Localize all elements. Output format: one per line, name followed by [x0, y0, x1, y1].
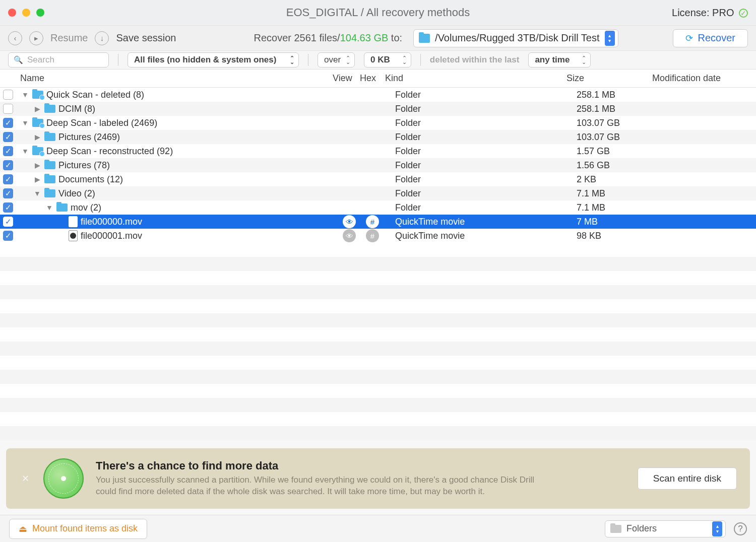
- size-cell: 1.57 GB: [577, 146, 662, 157]
- scan-entire-disk-button[interactable]: Scan entire disk: [638, 467, 737, 490]
- disclosure-triangle[interactable]: ▶: [33, 105, 41, 113]
- preview-button[interactable]: 👁: [343, 215, 356, 228]
- table-row[interactable]: ✓▶Documents (12)Folder2 KB: [0, 172, 756, 186]
- disclosure-triangle[interactable]: ▼: [21, 119, 29, 127]
- deleted-within-label: deleted within the last: [430, 55, 520, 65]
- checkbox[interactable]: [3, 104, 13, 114]
- destination-path-select[interactable]: /Volumes/Rugged 3TB/Disk Drill Test ▴▾: [413, 29, 618, 47]
- col-kind[interactable]: Kind: [385, 73, 566, 84]
- file-filter-dropdown[interactable]: All files (no hidden & system ones) ⌃⌄: [128, 52, 299, 67]
- view-mode-select[interactable]: Folders ▴▾: [605, 520, 726, 537]
- folder-icon: [44, 161, 55, 169]
- toolbar: ‹ ▸ Resume ↓ Save session Recover 2561 f…: [0, 25, 756, 50]
- col-mod[interactable]: Modification date: [652, 73, 756, 84]
- file-name: Documents (12): [58, 174, 123, 185]
- banner-title: There's a chance to find more data: [96, 459, 549, 472]
- window-title: EOS_DIGITAL / All recovery methods: [286, 6, 470, 19]
- file-name: Pictures (2469): [58, 132, 120, 143]
- kind-cell: Folder: [395, 90, 577, 100]
- file-icon: [69, 216, 78, 227]
- window-controls: [8, 9, 44, 17]
- size-cell: 98 KB: [577, 231, 662, 241]
- hex-button[interactable]: #: [366, 215, 379, 228]
- kind-cell: Folder: [395, 146, 577, 157]
- checkbox[interactable]: ✓: [3, 174, 13, 184]
- checkbox[interactable]: ✓: [3, 188, 13, 198]
- folder-icon: [56, 204, 68, 212]
- table-row[interactable]: ✓▶Pictures (2469)Folder103.07 GB: [0, 130, 756, 144]
- table-row[interactable]: ▶DCIM (8)Folder258.1 MB: [0, 102, 756, 116]
- size-cell: 258.1 MB: [577, 104, 662, 114]
- col-size[interactable]: Size: [566, 73, 652, 84]
- table-row[interactable]: ✓file000001.mov👁#QuickTime movie98 KB: [0, 229, 756, 243]
- file-name: file000001.mov: [81, 231, 142, 241]
- kind-cell: Folder: [395, 174, 577, 185]
- disclosure-triangle[interactable]: ▼: [21, 147, 29, 155]
- play-button[interactable]: ▸: [29, 31, 43, 45]
- disclosure-triangle[interactable]: ▼: [21, 91, 29, 99]
- table-row[interactable]: ✓file000000.mov👁#QuickTime movie7 MB: [0, 215, 756, 229]
- kind-cell: Folder: [395, 202, 577, 213]
- table-row[interactable]: ✓▼Deep Scan - reconstructed (92)Folder1.…: [0, 144, 756, 158]
- col-hex[interactable]: Hex: [360, 73, 385, 84]
- file-name: Pictures (78): [58, 160, 110, 171]
- checkbox[interactable]: ✓: [3, 231, 13, 241]
- table-row[interactable]: ✓▼mov (2)Folder7.1 MB: [0, 200, 756, 215]
- folder-icon: [44, 175, 55, 183]
- bottombar: ⏏ Mount found items as disk Folders ▴▾ ?: [0, 515, 756, 542]
- kind-cell: Folder: [395, 132, 577, 143]
- checkbox[interactable]: ✓: [3, 160, 13, 170]
- preview-button[interactable]: 👁: [343, 229, 356, 242]
- search-input[interactable]: 🔍 Search: [8, 52, 109, 67]
- license-label: License: PRO ✓: [672, 7, 748, 19]
- close-window-button[interactable]: [8, 9, 16, 17]
- radar-icon: [43, 458, 84, 499]
- kind-cell: QuickTime movie: [395, 231, 577, 241]
- resume-label: Resume: [50, 32, 88, 44]
- stepper-icon[interactable]: ▴▾: [605, 31, 615, 46]
- checkbox[interactable]: [3, 90, 13, 100]
- hex-button[interactable]: #: [366, 229, 379, 242]
- disclosure-triangle[interactable]: ▶: [33, 161, 41, 169]
- checkbox[interactable]: ✓: [3, 217, 13, 227]
- size-cell: 103.07 GB: [577, 132, 662, 143]
- file-name: Deep Scan - reconstructed (92): [46, 146, 173, 157]
- stepper-icon[interactable]: ▴▾: [712, 521, 722, 536]
- disclosure-triangle[interactable]: ▼: [45, 204, 53, 212]
- back-button[interactable]: ‹: [8, 31, 22, 45]
- table-row[interactable]: ✓▼Video (2)Folder7.1 MB: [0, 186, 756, 200]
- download-button[interactable]: ↓: [95, 31, 109, 45]
- checkbox[interactable]: ✓: [3, 146, 13, 156]
- checkbox[interactable]: ✓: [3, 118, 13, 128]
- checkbox[interactable]: ✓: [3, 132, 13, 142]
- table-row[interactable]: ✓▶Pictures (78)Folder1.56 GB: [0, 158, 756, 172]
- col-view[interactable]: View: [333, 73, 360, 84]
- col-name[interactable]: Name: [20, 73, 333, 84]
- mount-button[interactable]: ⏏ Mount found items as disk: [9, 519, 147, 539]
- banner-body: You just successfully scanned a partitio…: [96, 475, 549, 498]
- folder-icon: [44, 189, 55, 197]
- file-tree: ▼Quick Scan - deleted (8)Folder258.1 MB▶…: [0, 88, 756, 243]
- recover-button[interactable]: ⟳ Recover: [673, 29, 748, 47]
- table-row[interactable]: ✓▼Deep Scan - labeled (2469)Folder103.07…: [0, 116, 756, 130]
- kind-cell: Folder: [395, 118, 577, 128]
- maximize-window-button[interactable]: [36, 9, 44, 17]
- folder-icon: [32, 91, 43, 99]
- table-row[interactable]: ▼Quick Scan - deleted (8)Folder258.1 MB: [0, 88, 756, 102]
- over-dropdown[interactable]: over ⌃⌄: [318, 52, 355, 67]
- size-cell: 2 KB: [577, 174, 662, 185]
- size-filter-dropdown[interactable]: 0 KB ⌃⌄: [364, 52, 411, 67]
- chevron-icon: ⌃⌄: [582, 56, 586, 64]
- help-button[interactable]: ?: [734, 522, 747, 535]
- save-session-label[interactable]: Save session: [116, 32, 176, 44]
- close-banner-button[interactable]: ✕: [19, 472, 31, 485]
- size-cell: 103.07 GB: [577, 118, 662, 128]
- disclosure-triangle[interactable]: ▼: [33, 189, 41, 197]
- size-cell: 7.1 MB: [577, 188, 662, 199]
- folder-icon: [419, 34, 430, 43]
- time-filter-dropdown[interactable]: any time ⌃⌄: [528, 52, 591, 67]
- disclosure-triangle[interactable]: ▶: [33, 133, 41, 141]
- minimize-window-button[interactable]: [22, 9, 30, 17]
- disclosure-triangle[interactable]: ▶: [33, 175, 41, 183]
- checkbox[interactable]: ✓: [3, 202, 13, 213]
